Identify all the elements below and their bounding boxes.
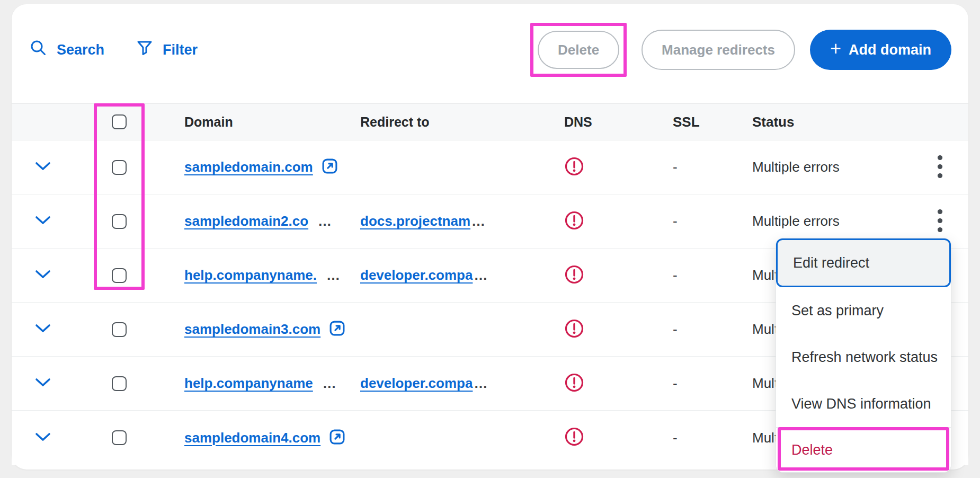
dns-error-icon [564, 169, 584, 178]
chevron-down-icon [35, 378, 51, 389]
row-actions-button[interactable] [933, 151, 947, 184]
dns-error-icon [564, 223, 584, 232]
search-icon [30, 39, 47, 60]
expand-row-button[interactable] [31, 374, 55, 393]
annotation-delete-button: Delete [530, 23, 627, 77]
search-button[interactable]: Search [30, 39, 104, 60]
chevron-down-icon [35, 270, 51, 281]
ssl-value: - [652, 267, 736, 284]
domain-link[interactable]: sampledomain2.co [184, 213, 308, 229]
row-checkbox[interactable] [112, 214, 127, 229]
filter-label: Filter [163, 42, 198, 58]
domains-page: Search Filter Delete Manage redirects [0, 0, 980, 478]
toolbar-right: Delete Manage redirects + Add domain [530, 23, 951, 77]
kebab-icon [937, 155, 943, 180]
menu-item-set-as-primary[interactable]: Set as primary [776, 287, 951, 334]
domain-link[interactable]: help.companyname. [184, 267, 317, 284]
redirect-link[interactable]: developer.compa [360, 375, 473, 392]
table-header-row: Domain Redirect to DNS SSL Status [12, 103, 968, 140]
dns-error-icon [564, 439, 584, 448]
truncation-ellipsis: … [323, 375, 336, 392]
external-link-icon[interactable] [322, 158, 338, 176]
column-header-dns: DNS [551, 114, 652, 130]
truncation-ellipsis: … [474, 267, 487, 284]
domain-link[interactable]: sampledomain3.com [184, 321, 320, 338]
row-checkbox[interactable] [112, 160, 127, 175]
ssl-value: - [652, 430, 736, 446]
domain-link[interactable]: sampledomain.com [184, 159, 313, 175]
table-row: sampledomain.com Primary [12, 140, 968, 194]
domain-link[interactable]: help.companyname [184, 375, 313, 392]
row-actions-button[interactable] [933, 205, 947, 238]
truncation-ellipsis: … [471, 213, 485, 229]
column-header-status: Status [736, 114, 911, 130]
plus-icon: + [830, 39, 841, 58]
row-actions-menu: Edit redirect Set as primary Refresh net… [776, 238, 951, 473]
delete-button[interactable]: Delete [538, 31, 619, 69]
manage-redirects-button[interactable]: Manage redirects [642, 30, 795, 70]
filter-icon [136, 40, 153, 60]
chevron-down-icon [35, 324, 51, 335]
filter-button[interactable]: Filter [136, 40, 198, 60]
redirect-link[interactable]: docs.projectnam [360, 213, 470, 229]
expand-row-button[interactable] [31, 320, 55, 339]
external-link-icon[interactable] [329, 429, 345, 447]
row-checkbox[interactable] [112, 376, 127, 391]
external-link-icon[interactable] [329, 320, 345, 339]
menu-item-delete[interactable]: Delete [776, 428, 951, 472]
expand-row-button[interactable] [31, 211, 55, 231]
chevron-down-icon [35, 162, 51, 173]
row-checkbox[interactable] [112, 268, 127, 283]
chevron-down-icon [35, 432, 51, 444]
status-text: Multiple errors [736, 213, 911, 229]
column-header-domain: Domain [164, 114, 350, 130]
row-checkbox[interactable] [112, 430, 127, 445]
add-domain-button[interactable]: + Add domain [810, 30, 951, 70]
truncation-ellipsis: … [318, 213, 332, 229]
ssl-value: - [652, 321, 736, 338]
row-checkbox[interactable] [112, 322, 127, 337]
select-all-checkbox[interactable] [112, 114, 127, 129]
truncation-ellipsis: … [326, 267, 340, 284]
column-header-redirect-to: Redirect to [350, 114, 551, 130]
domain-link[interactable]: sampledomain4.com [184, 430, 320, 446]
menu-item-refresh-network-status[interactable]: Refresh network status [776, 334, 951, 380]
toolbar: Search Filter Delete Manage redirects [30, 13, 951, 87]
add-domain-label: Add domain [849, 42, 931, 58]
menu-item-edit-redirect[interactable]: Edit redirect [776, 238, 951, 287]
chevron-down-icon [35, 216, 51, 227]
expand-row-button[interactable] [31, 428, 55, 448]
toolbar-left: Search Filter [30, 39, 198, 60]
kebab-icon [937, 209, 943, 234]
expand-row-button[interactable] [31, 265, 55, 285]
ssl-value: - [652, 159, 736, 175]
redirect-link[interactable]: developer.compa [360, 267, 473, 284]
dns-error-icon [564, 277, 584, 286]
search-label: Search [57, 42, 104, 58]
truncation-ellipsis: … [474, 375, 487, 392]
dns-error-icon [564, 331, 584, 340]
expand-row-button[interactable] [31, 157, 55, 177]
status-text: Multiple errors [736, 159, 911, 175]
menu-item-view-dns-information[interactable]: View DNS information [776, 380, 951, 427]
ssl-value: - [652, 375, 736, 392]
dns-error-icon [564, 385, 584, 394]
column-header-ssl: SSL [652, 114, 736, 130]
ssl-value: - [652, 213, 736, 229]
